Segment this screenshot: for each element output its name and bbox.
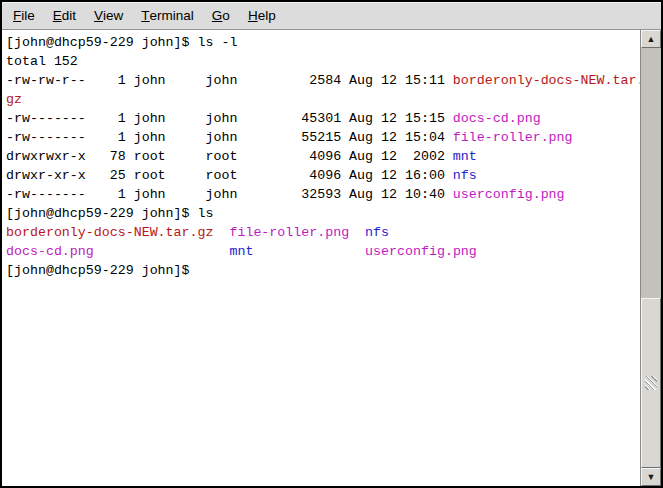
scrollbar[interactable]: ▲ ▼ [640,30,661,486]
terminal-text-segment: nfs [365,225,389,240]
terminal-text-segment: [john@dhcp59-229 john]$ ls [6,206,213,221]
terminal-text-segment: docs-cd.png [6,244,94,259]
menu-file[interactable]: File [4,2,44,29]
up-arrow-icon: ▲ [647,35,656,44]
terminal-screen[interactable]: [john@dhcp59-229 john]$ ls -ltotal 152-r… [2,30,640,486]
terminal-line: [john@dhcp59-229 john]$ [6,261,640,280]
terminal-text-segment [349,225,365,240]
terminal-line: gz [6,90,640,109]
terminal-text-segment: mnt [229,244,253,259]
terminal-text-segment: drwxr-xr-x 25 root root 4096 Aug 12 16:0… [6,168,453,183]
scroll-up-button[interactable]: ▲ [641,30,661,48]
terminal-window: File Edit View Terminal Go Help [john@dh… [0,0,663,488]
terminal-text-segment [253,244,365,259]
terminal-line: -rw------- 1 john john 55215 Aug 12 15:0… [6,128,640,147]
terminal-text-segment: userconfig.png [365,244,477,259]
terminal-text-segment: total 152 [6,54,78,69]
terminal-line: drwxrwxr-x 78 root root 4096 Aug 12 2002… [6,147,640,166]
menu-go[interactable]: Go [203,2,239,29]
terminal-text-segment: borderonly-docs-NEW.tar.gz [6,225,213,240]
terminal-line: -rw------- 1 john john 45301 Aug 12 15:1… [6,109,640,128]
terminal-text-segment: file-roller.png [453,130,573,145]
menu-edit-label: E [53,8,62,23]
terminal-text-segment: -rw-rw-r-- 1 john john 2584 Aug 12 15:11 [6,73,453,88]
terminal-text-segment: -rw------- 1 john john 45301 Aug 12 15:1… [6,111,453,126]
terminal-line: borderonly-docs-NEW.tar.gz file-roller.p… [6,223,640,242]
terminal-line: -rw-rw-r-- 1 john john 2584 Aug 12 15:11… [6,71,640,90]
menu-terminal[interactable]: Terminal [132,2,203,29]
menu-terminal-label: T [141,8,149,23]
terminal-text-segment [94,244,230,259]
terminal-line: [john@dhcp59-229 john]$ ls [6,204,640,223]
terminal-text-segment: -rw------- 1 john john 32593 Aug 12 10:4… [6,187,453,202]
terminal-text-segment: drwxrwxr-x 78 root root 4096 Aug 12 2002 [6,149,453,164]
terminal-line: total 152 [6,52,640,71]
menu-go-label: G [212,8,223,23]
terminal-body: [john@dhcp59-229 john]$ ls -ltotal 152-r… [2,30,661,486]
terminal-line: drwxr-xr-x 25 root root 4096 Aug 12 16:0… [6,166,640,185]
terminal-line: -rw------- 1 john john 32593 Aug 12 10:4… [6,185,640,204]
terminal-text-segment: docs-cd.png [453,111,541,126]
scrollbar-thumb[interactable] [641,298,661,468]
terminal-text-segment [213,225,229,240]
terminal-line: docs-cd.png mnt userconfig.png [6,242,640,261]
terminal-text-segment: nfs [453,168,477,183]
terminal-text-segment: userconfig.png [453,187,565,202]
terminal-text-segment: [john@dhcp59-229 john]$ ls -l [6,35,237,50]
menu-view-label: V [94,8,103,23]
terminal-text-segment: gz [6,92,22,107]
menu-bar: File Edit View Terminal Go Help [2,2,661,30]
menu-help-label: H [248,8,258,23]
menu-edit[interactable]: Edit [44,2,85,29]
menu-view[interactable]: View [85,2,132,29]
scrollbar-grip-icon [645,376,657,390]
scroll-down-button[interactable]: ▼ [641,468,661,486]
terminal-text-segment: mnt [453,149,477,164]
menu-help[interactable]: Help [239,2,285,29]
terminal-text-segment: -rw------- 1 john john 55215 Aug 12 15:0… [6,130,453,145]
menu-file-label: F [13,8,21,23]
terminal-text-segment: borderonly-docs-NEW.tar. [453,73,640,88]
terminal-text-segment: file-roller.png [229,225,349,240]
terminal-text-segment: [john@dhcp59-229 john]$ [6,263,198,278]
terminal-line: [john@dhcp59-229 john]$ ls -l [6,33,640,52]
scrollbar-track[interactable] [641,48,661,468]
down-arrow-icon: ▼ [647,473,656,482]
